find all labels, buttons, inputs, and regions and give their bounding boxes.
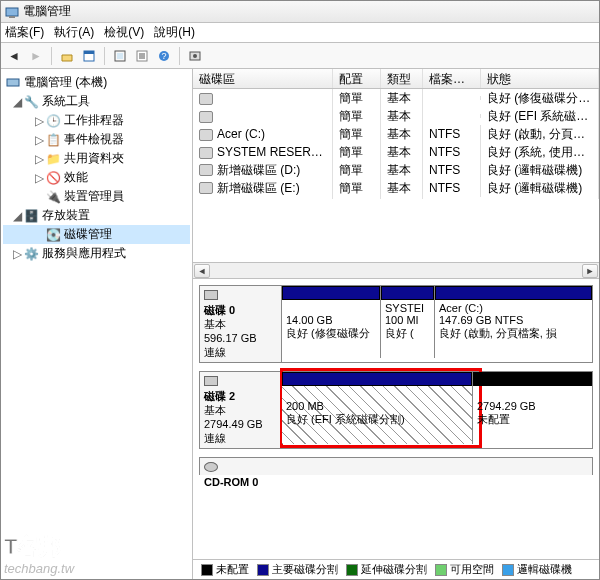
swatch-icon	[257, 564, 269, 576]
column-headers: 磁碟區 配置 類型 檔案系統 狀態	[193, 69, 599, 89]
disk2-part-efi[interactable]: 200 MB 良好 (EFI 系統磁碟分割)	[282, 372, 472, 444]
col-status[interactable]: 狀態	[481, 69, 599, 88]
expander-icon[interactable]: ▷	[33, 114, 45, 128]
list-button[interactable]	[133, 47, 151, 65]
svg-rect-0	[6, 8, 18, 16]
tree-shared-folders[interactable]: ▷📁共用資料夾	[3, 149, 190, 168]
swatch-icon	[435, 564, 447, 576]
menu-view[interactable]: 檢視(V)	[104, 24, 144, 41]
menu-help[interactable]: 說明(H)	[154, 24, 195, 41]
table-row[interactable]: 新增磁碟區 (D:)簡單基本NTFS良好 (邏輯磁碟機)	[193, 161, 599, 179]
legend-extended: 延伸磁碟分割	[346, 562, 427, 577]
menu-action[interactable]: 執行(A)	[54, 24, 94, 41]
forward-button[interactable]: ►	[27, 47, 45, 65]
legend-label: 延伸磁碟分割	[361, 562, 427, 577]
disk-state: 連線	[204, 432, 226, 444]
svg-rect-1	[9, 16, 15, 18]
perf-icon: 🚫	[45, 170, 61, 186]
settings-button[interactable]	[186, 47, 204, 65]
disk-2[interactable]: 磁碟 2 基本 2794.49 GB 連線 200 MB 良好 (EFI 系統磁…	[199, 371, 593, 449]
body: 電腦管理 (本機) ◢ 🔧 系統工具 ▷🕒工作排程器 ▷📋事件檢視器 ▷📁共用資…	[1, 69, 599, 579]
help-button[interactable]: ?	[155, 47, 173, 65]
refresh-button[interactable]	[111, 47, 129, 65]
nav-tree[interactable]: 電腦管理 (本機) ◢ 🔧 系統工具 ▷🕒工作排程器 ▷📋事件檢視器 ▷📁共用資…	[1, 69, 193, 579]
disk-0-layout: 14.00 GB 良好 (修復磁碟分 SYSTEI 100 MI 良好 (	[282, 286, 592, 362]
titlebar[interactable]: 電腦管理	[1, 1, 599, 23]
expander-icon[interactable]: ▷	[11, 247, 23, 261]
table-row[interactable]: 新增磁碟區 (E:)簡單基本NTFS良好 (邏輯磁碟機)	[193, 179, 599, 197]
disk0-part2[interactable]: SYSTEI 100 MI 良好 (	[380, 286, 434, 358]
up-button[interactable]	[58, 47, 76, 65]
part-size: 200 MB	[286, 400, 324, 412]
watermark-logo: T客邦	[4, 532, 61, 562]
legend-label: 未配置	[216, 562, 249, 577]
disk-title: 磁碟 2	[204, 389, 277, 403]
tree-system-tools[interactable]: ◢ 🔧 系統工具	[3, 92, 190, 111]
expander-icon[interactable]: ▷	[33, 133, 45, 147]
cdrom-info: CD-ROM 0	[200, 458, 592, 475]
part-status: 良好 (啟動, 分頁檔案, 損	[439, 327, 557, 339]
tree-device-manager[interactable]: 🔌裝置管理員	[3, 187, 190, 206]
part-status: 良好 (	[385, 327, 414, 339]
tree-services-apps[interactable]: ▷ ⚙️ 服務與應用程式	[3, 244, 190, 263]
col-layout[interactable]: 配置	[333, 69, 381, 88]
expander-icon[interactable]: ◢	[11, 209, 23, 223]
disk2-part-unalloc[interactable]: 2794.29 GB 未配置	[472, 372, 592, 444]
swatch-icon	[346, 564, 358, 576]
volume-icon	[199, 111, 213, 123]
disk0-part3[interactable]: Acer (C:) 147.69 GB NTFS 良好 (啟動, 分頁檔案, 損	[434, 286, 592, 358]
tree-performance[interactable]: ▷🚫效能	[3, 168, 190, 187]
scroll-left-button[interactable]: ◄	[194, 264, 210, 278]
disk-icon: 💽	[45, 227, 61, 243]
svg-point-9	[193, 54, 197, 58]
primary-stripe	[381, 286, 434, 300]
col-volume[interactable]: 磁碟區	[193, 69, 333, 88]
disk-title: 磁碟 0	[204, 303, 277, 317]
part-size: 147.69 GB NTFS	[439, 314, 523, 326]
volume-icon	[199, 164, 213, 176]
toolbar-sep2	[104, 47, 105, 65]
table-row[interactable]: SYSTEM RESERVED簡單基本NTFS良好 (系統, 使用中, 主要磁	[193, 143, 599, 161]
expander-icon[interactable]: ◢	[11, 95, 23, 109]
cdrom-0[interactable]: CD-ROM 0	[199, 457, 593, 475]
table-row[interactable]: 簡單基本良好 (修復磁碟分割)	[193, 89, 599, 107]
disk-size: 596.17 GB	[204, 332, 257, 344]
disk-icon	[204, 376, 218, 386]
disk-map: 磁碟 0 基本 596.17 GB 連線 14.00 GB 良好 (修復磁碟分	[193, 279, 599, 559]
disk-0[interactable]: 磁碟 0 基本 596.17 GB 連線 14.00 GB 良好 (修復磁碟分	[199, 285, 593, 363]
storage-icon: 🗄️	[23, 208, 39, 224]
expander-icon[interactable]: ▷	[33, 171, 45, 185]
disk-icon	[204, 290, 218, 300]
horizontal-scrollbar[interactable]: ◄ ►	[193, 262, 599, 278]
svg-rect-3	[84, 51, 94, 54]
table-row[interactable]: Acer (C:)簡單基本NTFS良好 (啟動, 分頁檔案, 損毀傾	[193, 125, 599, 143]
properties-button[interactable]	[80, 47, 98, 65]
expander-icon[interactable]: ▷	[33, 152, 45, 166]
svg-text:?: ?	[161, 51, 166, 61]
tree-disk-management[interactable]: 💽磁碟管理	[3, 225, 190, 244]
volume-rows: 簡單基本良好 (修復磁碟分割)簡單基本良好 (EFI 系統磁碟分割)Acer (…	[193, 89, 599, 262]
tree-root[interactable]: 電腦管理 (本機)	[3, 73, 190, 92]
disk-0-info: 磁碟 0 基本 596.17 GB 連線	[200, 286, 282, 362]
event-icon: 📋	[45, 132, 61, 148]
primary-stripe	[435, 286, 592, 300]
folder-icon: 📁	[45, 151, 61, 167]
content-pane: 磁碟區 配置 類型 檔案系統 狀態 簡單基本良好 (修復磁碟分割)簡單基本良好 …	[193, 69, 599, 579]
back-button[interactable]: ◄	[5, 47, 23, 65]
col-type[interactable]: 類型	[381, 69, 423, 88]
menu-file[interactable]: 檔案(F)	[5, 24, 44, 41]
scroll-right-button[interactable]: ►	[582, 264, 598, 278]
disk0-part1[interactable]: 14.00 GB 良好 (修復磁碟分	[282, 286, 380, 358]
part-name: SYSTEI	[385, 302, 424, 314]
app-window: 電腦管理 檔案(F) 執行(A) 檢視(V) 說明(H) ◄ ► ? 電腦管理 …	[0, 0, 600, 580]
cdrom-icon	[204, 462, 218, 472]
col-fs[interactable]: 檔案系統	[423, 69, 481, 88]
tree-storage[interactable]: ◢ 🗄️ 存放裝置	[3, 206, 190, 225]
toolbar: ◄ ► ?	[1, 43, 599, 69]
table-row[interactable]: 簡單基本良好 (EFI 系統磁碟分割)	[193, 107, 599, 125]
services-icon: ⚙️	[23, 246, 39, 262]
scroll-track[interactable]	[211, 264, 581, 278]
tree-task-scheduler[interactable]: ▷🕒工作排程器	[3, 111, 190, 130]
tree-event-viewer[interactable]: ▷📋事件檢視器	[3, 130, 190, 149]
tree-label: 事件檢視器	[64, 131, 124, 148]
